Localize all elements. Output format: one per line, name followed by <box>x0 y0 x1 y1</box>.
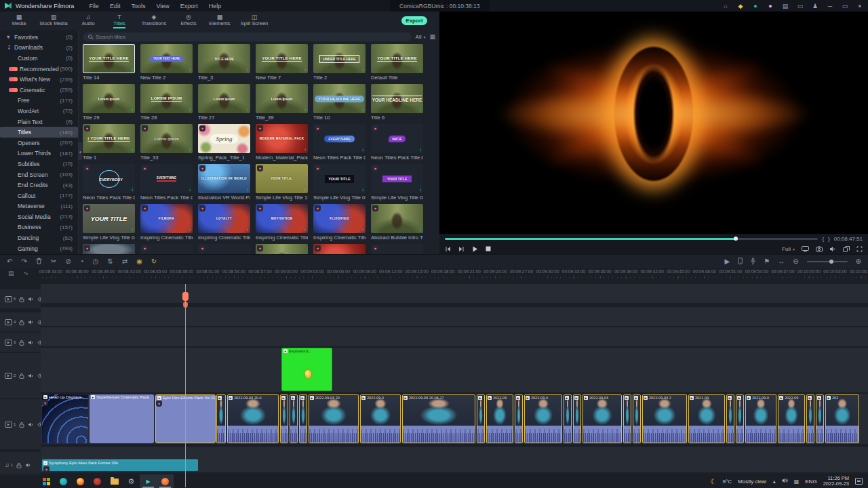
video-segment[interactable]: ▸ <box>515 394 523 443</box>
undo-icon[interactable]: ↶ <box>7 258 12 265</box>
weather-icon[interactable]: ☾ <box>711 478 717 485</box>
zoom-slider-knob[interactable] <box>829 260 833 264</box>
sidebar-item-free[interactable]: Free(177) <box>0 96 78 106</box>
video-segment[interactable]: ▸202 <box>825 394 859 443</box>
favorite-heart-icon[interactable]: ♥ <box>199 245 205 251</box>
download-icon[interactable]: ↓ <box>361 67 364 73</box>
menu-file[interactable]: File <box>89 3 99 9</box>
snapshot-camera-icon[interactable] <box>816 246 823 252</box>
touch-keyboard-icon[interactable]: ▦ <box>794 479 800 485</box>
lock-icon[interactable] <box>19 319 24 325</box>
template-item[interactable]: YOUR TITLE.♥↓Simple Life Vlog Title 13 <box>256 164 308 202</box>
template-item[interactable]: EVERYTHING♥↓Neon Titles Pack Title 03 <box>140 164 193 202</box>
avatar-icon[interactable]: ● <box>765 3 776 9</box>
template-item[interactable]: 05♥↓ <box>371 244 423 254</box>
tab-split-screen[interactable]: ◫Split Screen <box>236 14 273 28</box>
template-item[interactable]: Lorem ipsum↓Title 27 <box>198 84 250 122</box>
audio-clip[interactable]: ♪Symphony Epic Alien Dark Forces 30s♥ <box>42 460 198 471</box>
favorite-heart-icon[interactable]: ♥ <box>84 125 90 131</box>
quality-dropdown[interactable]: Full ▾ <box>782 246 795 252</box>
download-icon[interactable]: ↓ <box>131 67 134 73</box>
detach-window-icon[interactable] <box>843 246 850 252</box>
track-manager-icon[interactable]: ▤ <box>8 270 14 277</box>
favorite-heart-icon[interactable]: ♥ <box>199 205 205 211</box>
sidebar-item-cinematic[interactable]: Cinematic(259) <box>0 85 78 96</box>
video-segment[interactable]: ▸ <box>623 394 631 443</box>
action-center-icon[interactable] <box>855 478 863 485</box>
close-icon[interactable]: × <box>854 3 865 9</box>
template-item[interactable]: LOYALTY♥↓Inspiring Cinematic Title.. <box>198 204 250 242</box>
mute-icon[interactable] <box>28 422 34 428</box>
keyframe-icon[interactable]: ◉ <box>136 258 142 265</box>
tab-effects[interactable]: ◎Effects <box>174 14 203 28</box>
mute-icon[interactable] <box>28 373 34 379</box>
sidebar-item-subtitles[interactable]: Subtitles(15) <box>0 159 78 169</box>
template-item[interactable]: ♥↓ <box>256 244 308 254</box>
sidebar-item-gaming[interactable]: Gaming(493) <box>0 243 78 254</box>
favorite-heart-icon[interactable]: ♥ <box>372 125 378 131</box>
save-icon[interactable]: ▤ <box>780 3 791 9</box>
download-icon[interactable]: ↓ <box>246 67 249 73</box>
video-segment[interactable]: ▸ <box>564 394 572 443</box>
video-segment[interactable]: ▸ <box>216 394 226 443</box>
video-segment[interactable]: ▸ <box>633 394 641 443</box>
favorite-heart-icon[interactable]: ♥ <box>372 245 378 251</box>
greenscreen-clip[interactable]: ▸Explosion1.. <box>281 348 332 391</box>
video-segment[interactable]: ▸2022-09-03 2 <box>642 394 687 443</box>
filter-dropdown[interactable]: All ▾ <box>416 34 426 40</box>
template-item[interactable]: Lorem Ipsum↓Title_39 <box>256 84 308 122</box>
template-item[interactable]: FLUIDIFIED♥↓Inspiring Cinematic Title.. <box>313 204 366 242</box>
favorite-heart-icon[interactable]: ♥ <box>142 125 148 131</box>
tray-chevron-icon[interactable]: ▴ <box>773 479 776 485</box>
play-button[interactable] <box>472 246 478 252</box>
restore-icon[interactable]: ▭ <box>840 3 850 9</box>
voiceover-mic-icon[interactable] <box>751 258 755 266</box>
download-icon[interactable]: ↓ <box>189 227 191 232</box>
video-segment[interactable]: ▸ <box>806 394 814 443</box>
download-icon[interactable]: ↓ <box>189 147 191 152</box>
download-icon[interactable]: ↓ <box>361 147 364 152</box>
video-segment[interactable]: ▸ <box>477 394 485 443</box>
mute-icon[interactable] <box>28 319 34 325</box>
download-icon[interactable]: ↓ <box>246 227 249 232</box>
download-icon[interactable]: ↓ <box>246 187 249 192</box>
template-item[interactable]: ♥↓Abstract Bubble Intro Ti.. <box>371 204 423 242</box>
sidebar-item-what-s-new[interactable]: What's New(239) <box>0 74 78 85</box>
download-icon[interactable]: ↓ <box>189 67 191 73</box>
template-item[interactable]: 03♥↓ <box>198 244 250 254</box>
export-button[interactable]: Export <box>401 16 427 25</box>
sidebar-item-callout[interactable]: Callout(177) <box>0 190 78 201</box>
download-icon[interactable]: ↓ <box>361 187 364 192</box>
video-segment[interactable]: ▸2022-09 <box>778 394 805 443</box>
tab-transitions[interactable]: ◈Transitions <box>136 14 172 28</box>
template-item[interactable]: UNDER TITLE HERE↓Title 2 <box>313 44 366 82</box>
template-item[interactable]: EVERYBODY♥↓Neon Titles Pack Title 04 <box>83 164 135 202</box>
download-icon[interactable]: ↓ <box>304 227 307 232</box>
favorite-heart-icon[interactable]: ♥ <box>257 165 263 171</box>
render-preview-icon[interactable]: ▶ <box>725 258 730 265</box>
phone-icon[interactable] <box>738 258 743 266</box>
download-icon[interactable]: ↓ <box>419 107 422 113</box>
seek-bar[interactable] <box>445 238 818 240</box>
record-icon[interactable]: ↻ <box>151 258 157 265</box>
link-icon[interactable]: ∿ <box>24 270 29 277</box>
speed-icon[interactable]: ◔ <box>80 258 84 265</box>
zoom-in-icon[interactable]: ⊕ <box>856 258 861 265</box>
favorite-heart-icon[interactable]: ♥ <box>315 165 321 171</box>
fullscreen-icon[interactable] <box>856 246 863 252</box>
download-icon[interactable]: ↓ <box>361 107 364 113</box>
template-item[interactable]: YOUR TITLE HERE↓Title 14 <box>83 44 135 82</box>
favorite-heart-icon[interactable]: ♥ <box>84 205 90 211</box>
video-segment[interactable]: ▸ <box>290 394 298 443</box>
mark-in-icon[interactable]: { <box>822 236 824 242</box>
video-segment[interactable]: ▸2022-09-0 <box>745 394 776 443</box>
favorite-heart-icon[interactable]: ♥ <box>142 165 148 171</box>
download-icon[interactable]: ↓ <box>246 147 249 152</box>
lock-icon[interactable] <box>16 462 22 468</box>
template-item[interactable]: TITLE HERE↓Title_3 <box>198 44 250 82</box>
mute-speaker-icon[interactable] <box>829 246 836 252</box>
template-item[interactable]: YOUR TEXT HERE↓New Title 2 <box>140 44 193 82</box>
gem-icon[interactable]: ◆ <box>735 3 746 9</box>
tab-audio[interactable]: ♫Audio <box>73 14 103 28</box>
sidebar-item-end-screen[interactable]: End Screen(103) <box>0 169 78 180</box>
